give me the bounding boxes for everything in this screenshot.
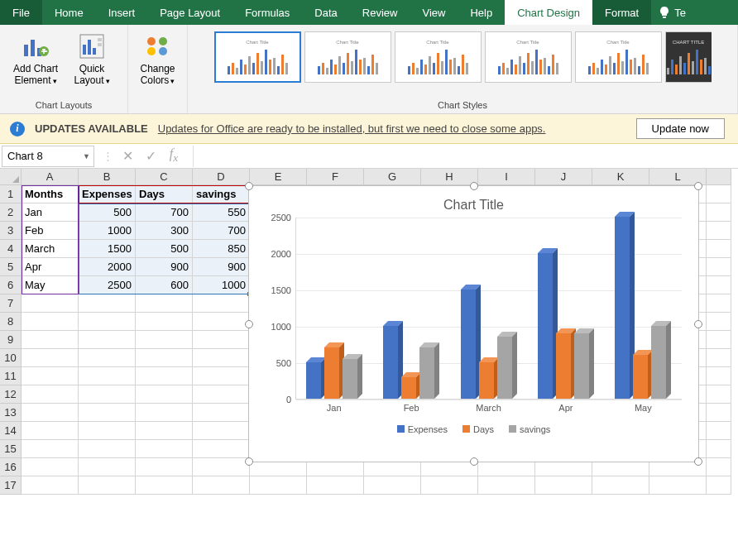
cell[interactable] (136, 367, 193, 385)
row-header[interactable]: 9 (0, 331, 22, 349)
cell[interactable]: 700 (193, 222, 250, 240)
cell[interactable]: 700 (136, 203, 193, 222)
resize-handle[interactable] (470, 182, 478, 190)
cell[interactable] (22, 422, 79, 440)
cell[interactable]: 2000 (79, 258, 136, 276)
cell[interactable] (707, 222, 731, 240)
cell[interactable] (649, 476, 707, 495)
column-header[interactable]: G (364, 169, 421, 185)
cell[interactable] (22, 458, 79, 476)
enter-formula-icon[interactable]: ✓ (141, 148, 160, 164)
worksheet[interactable]: ABCDEFGHIJKL 1234567891011121314151617 M… (0, 169, 738, 560)
column-header[interactable]: C (136, 169, 193, 185)
chevron-down-icon[interactable]: ▼ (83, 152, 90, 160)
cell[interactable]: Months (22, 185, 79, 203)
cell[interactable]: Days (136, 185, 193, 203)
row-header[interactable]: 13 (0, 404, 22, 422)
cell[interactable]: savings (193, 185, 250, 203)
resize-handle[interactable] (245, 182, 253, 190)
cell[interactable] (136, 404, 193, 422)
cell[interactable]: 900 (136, 258, 193, 276)
cell[interactable] (707, 349, 731, 367)
chart-bar[interactable] (556, 333, 571, 399)
cell[interactable] (707, 385, 731, 404)
cell[interactable] (136, 458, 193, 476)
cell[interactable]: 900 (193, 258, 250, 276)
cell[interactable] (707, 276, 731, 294)
cell[interactable] (22, 349, 79, 367)
cell[interactable] (193, 385, 250, 404)
quick-layout-button[interactable]: Quick Layout▾ (67, 28, 117, 90)
chart-style-thumb[interactable]: Chart Title (395, 31, 482, 83)
cell[interactable] (79, 294, 136, 313)
cell[interactable]: 300 (136, 222, 193, 240)
tab-help[interactable]: Help (458, 0, 505, 25)
cell[interactable] (136, 385, 193, 404)
fx-icon[interactable]: fx (165, 146, 183, 165)
cell[interactable]: Expenses (79, 185, 136, 203)
cell[interactable] (22, 476, 79, 495)
embedded-chart[interactable]: Chart Title 05001000150020002500 JanFebM… (248, 185, 699, 462)
tab-insert[interactable]: Insert (96, 0, 148, 25)
cell[interactable]: 2500 (79, 276, 136, 294)
legend-item[interactable]: savings (509, 424, 550, 434)
cell[interactable] (79, 458, 136, 476)
cell[interactable] (79, 367, 136, 385)
cell[interactable] (79, 404, 136, 422)
chart-bar[interactable] (401, 377, 416, 399)
cell[interactable] (79, 331, 136, 349)
cell[interactable] (193, 422, 250, 440)
cell[interactable]: Apr (22, 258, 79, 276)
cell[interactable] (193, 476, 250, 495)
resize-handle[interactable] (245, 320, 253, 328)
cell[interactable] (250, 476, 307, 495)
chart-plot-area[interactable]: 05001000150020002500 (295, 218, 682, 400)
cell[interactable]: 600 (136, 276, 193, 294)
cell[interactable] (707, 331, 731, 349)
cell[interactable] (707, 367, 731, 385)
cell[interactable] (79, 476, 136, 495)
cell[interactable]: 550 (193, 203, 250, 222)
cell[interactable] (79, 313, 136, 331)
row-header[interactable]: 1 (0, 185, 22, 203)
tab-format[interactable]: Format (592, 0, 651, 25)
cell[interactable] (707, 476, 731, 495)
cell[interactable] (707, 458, 731, 476)
change-colors-button[interactable]: Change Colors▾ (133, 28, 183, 90)
tell-me[interactable]: Te (658, 0, 686, 25)
row-header[interactable]: 3 (0, 222, 22, 240)
chart-style-thumb[interactable]: Chart Title (214, 31, 301, 83)
column-header[interactable]: E (250, 169, 307, 185)
column-header[interactable]: J (535, 169, 592, 185)
column-header[interactable]: K (592, 169, 649, 185)
cell[interactable] (22, 313, 79, 331)
chart-bar[interactable] (383, 326, 398, 399)
cell[interactable] (136, 422, 193, 440)
tab-view[interactable]: View (410, 0, 458, 25)
column-header[interactable]: D (193, 169, 250, 185)
cell[interactable] (193, 313, 250, 331)
cell[interactable] (193, 404, 250, 422)
cell[interactable] (136, 331, 193, 349)
cell[interactable]: 500 (79, 203, 136, 222)
tab-file[interactable]: File (0, 0, 42, 25)
row-header[interactable]: 4 (0, 240, 22, 258)
cell[interactable] (364, 476, 421, 495)
cell[interactable] (707, 404, 731, 422)
cell[interactable] (79, 440, 136, 458)
select-all-corner[interactable] (0, 169, 22, 185)
column-header[interactable]: B (79, 169, 136, 185)
row-header[interactable]: 14 (0, 422, 22, 440)
cell[interactable]: 1000 (193, 276, 250, 294)
cell[interactable] (707, 294, 731, 313)
chart-style-thumb[interactable]: Chart Title (304, 31, 391, 83)
column-headers[interactable]: ABCDEFGHIJKL (22, 169, 731, 185)
cell[interactable] (707, 422, 731, 440)
cell[interactable] (193, 294, 250, 313)
row-headers[interactable]: 1234567891011121314151617 (0, 185, 22, 495)
tab-review[interactable]: Review (350, 0, 410, 25)
tab-page-layout[interactable]: Page Layout (147, 0, 232, 25)
row-header[interactable]: 12 (0, 385, 22, 404)
tab-chart-design[interactable]: Chart Design (505, 0, 592, 25)
cell[interactable] (707, 313, 731, 331)
